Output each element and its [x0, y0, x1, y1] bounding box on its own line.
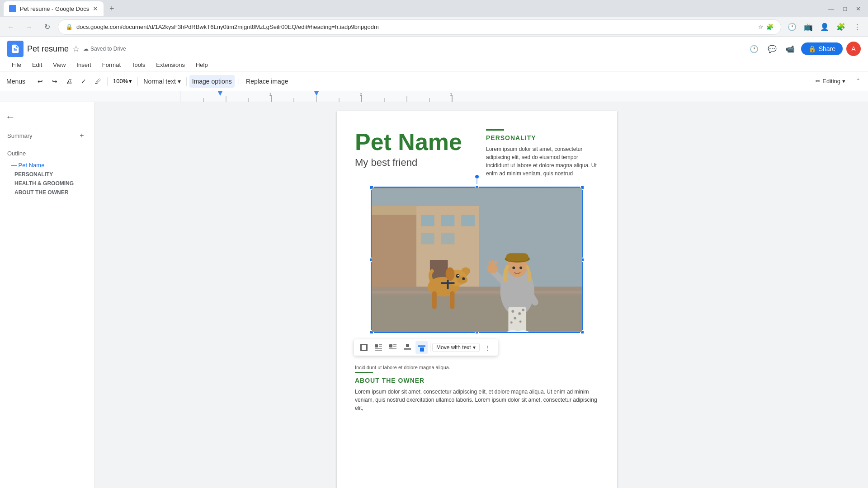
wrap-text-button[interactable] [372, 341, 385, 354]
share-button[interactable]: 🔒 Share [801, 42, 843, 55]
sidebar-collapse-button[interactable]: ˄ [852, 75, 864, 88]
svg-point-50 [522, 309, 524, 311]
inline-button[interactable] [358, 341, 370, 354]
image-container[interactable] [371, 187, 583, 333]
redo-button[interactable]: ↪ [48, 75, 61, 88]
pet-name: Pet Name [355, 129, 468, 155]
zoom-control[interactable]: 100% ▾ [110, 77, 135, 85]
doc-area: Pet Name My best friend PERSONALITY Lore… [95, 102, 859, 488]
summary-add-button[interactable]: + [76, 130, 87, 141]
print-button[interactable]: 🖨 [63, 75, 75, 88]
history-icon[interactable]: 🕐 [785, 20, 799, 34]
tab-close-icon[interactable]: ✕ [93, 5, 98, 12]
float-toolbar-container: Move with text ▾ ⋮ [354, 337, 599, 356]
extension-icon[interactable]: 🧩 [766, 23, 774, 30]
maximize-button[interactable]: □ [840, 5, 850, 12]
sidebar-back-button[interactable]: ← [0, 108, 94, 127]
close-button[interactable]: ✕ [852, 5, 864, 12]
about-text: Lorem ipsum dolor sit amet, consectetur … [355, 388, 599, 412]
svg-rect-77 [406, 344, 409, 347]
menu-edit[interactable]: Edit [28, 60, 47, 70]
outline-item-pet-name[interactable]: — Pet Name [7, 160, 87, 170]
image-options-button[interactable]: Image options [189, 75, 235, 88]
comments-icon[interactable]: 💬 [765, 42, 779, 56]
toolbar-divider-3 [137, 77, 138, 86]
svg-rect-33 [432, 291, 437, 309]
address-bar[interactable]: 🔒 docs.google.com/document/d/1A2kysF3hPd… [58, 19, 781, 35]
svg-rect-34 [450, 291, 455, 309]
docs-header-actions: 🕐 💬 📹 🔒 Share A [747, 42, 861, 56]
menu-view[interactable]: View [48, 60, 70, 70]
menu-help[interactable]: Help [191, 60, 212, 70]
menu-insert[interactable]: Insert [72, 60, 96, 70]
svg-point-52 [519, 320, 522, 323]
editing-button[interactable]: ✏ Editing ▾ [811, 76, 850, 86]
save-status: ☁ Saved to Drive [83, 46, 126, 52]
main-layout: ← Summary + Outline — Pet Name PERSONALI… [0, 102, 868, 488]
svg-rect-0 [0, 91, 868, 102]
rotation-handle[interactable] [474, 174, 480, 179]
refresh-button[interactable]: ↻ [40, 20, 54, 34]
url-text: docs.google.com/document/d/1A2kysF3hPdRB… [76, 23, 755, 30]
docs-header: Pet resume ☆ ☁ Saved to Drive 🕐 💬 📹 🔒 Sh… [0, 37, 868, 71]
menu-extensions[interactable]: Extensions [151, 60, 189, 70]
pet-header-right: PERSONALITY Lorem ipsum dolor sit amet, … [486, 129, 599, 178]
front-text-button[interactable] [415, 341, 428, 354]
tab-title: Pet resume - Google Docs [20, 5, 89, 12]
outline-item-health[interactable]: HEALTH & GROOMING [7, 179, 87, 188]
move-with-text-button[interactable]: Move with text ▾ [432, 343, 480, 352]
cast-icon[interactable]: 📺 [801, 20, 816, 34]
svg-point-65 [519, 267, 522, 269]
style-dropdown[interactable]: Normal text ▾ [141, 75, 183, 88]
svg-text:3: 3 [450, 92, 452, 97]
personality-divider [486, 129, 504, 131]
menu-icon[interactable]: ⋮ [850, 20, 864, 34]
svg-rect-25 [461, 215, 475, 226]
float-toolbar: Move with text ▾ ⋮ [354, 339, 498, 356]
text-top-button[interactable] [401, 341, 414, 354]
pencil-icon: ✏ [816, 78, 821, 84]
minimize-button[interactable]: — [825, 5, 838, 12]
new-tab-button[interactable]: + [105, 2, 118, 15]
menu-file[interactable]: File [7, 60, 26, 70]
docs-title[interactable]: Pet resume [27, 44, 69, 54]
svg-point-48 [518, 312, 521, 315]
svg-rect-68 [375, 344, 378, 347]
menu-tools[interactable]: Tools [127, 60, 150, 70]
spellcheck-button[interactable]: ✓ [77, 75, 90, 88]
outline-item-personality[interactable]: PERSONALITY [7, 170, 87, 179]
menus-button[interactable]: Menus [4, 75, 28, 88]
replace-image-button[interactable]: Replace image [243, 75, 291, 88]
bookmark-icon[interactable]: ☆ [758, 23, 764, 30]
active-tab[interactable]: Pet resume - Google Docs ✕ [4, 1, 104, 16]
extensions-icon[interactable]: 🧩 [834, 20, 848, 34]
svg-rect-73 [389, 344, 392, 347]
ruler: 1 2 3 [0, 91, 868, 102]
activity-icon[interactable]: 🕐 [747, 42, 761, 56]
star-icon[interactable]: ☆ [72, 44, 80, 54]
svg-rect-21 [372, 215, 416, 296]
personality-text: Lorem ipsum dolor sit amet, consectetur … [486, 145, 599, 178]
svg-point-51 [510, 321, 513, 324]
outline-label: Outline [7, 150, 87, 157]
meet-icon[interactable]: 📹 [783, 42, 797, 56]
tab-bar: Pet resume - Google Docs ✕ + — □ ✕ [0, 0, 868, 17]
svg-rect-24 [441, 215, 455, 226]
forward-button[interactable]: → [22, 20, 36, 34]
float-divider [430, 343, 430, 352]
outline-item-about[interactable]: ABOUT THE OWNER [7, 188, 87, 197]
user-avatar[interactable]: A [846, 42, 861, 56]
paint-format-button[interactable]: 🖊 [92, 75, 104, 88]
pet-header-left: Pet Name My best friend [355, 129, 468, 178]
menu-format[interactable]: Format [98, 60, 125, 70]
svg-line-59 [495, 262, 496, 266]
lorem-bottom: Incididunt ut labore et dolore magna ali… [355, 365, 599, 370]
svg-line-57 [490, 262, 491, 266]
undo-button[interactable]: ↩ [34, 75, 47, 88]
profile-icon[interactable]: 👤 [817, 20, 832, 34]
float-more-button[interactable]: ⋮ [481, 341, 494, 354]
break-text-button[interactable] [387, 341, 399, 354]
svg-point-49 [514, 317, 516, 319]
svg-point-40 [462, 277, 465, 280]
back-button[interactable]: ← [4, 20, 18, 34]
